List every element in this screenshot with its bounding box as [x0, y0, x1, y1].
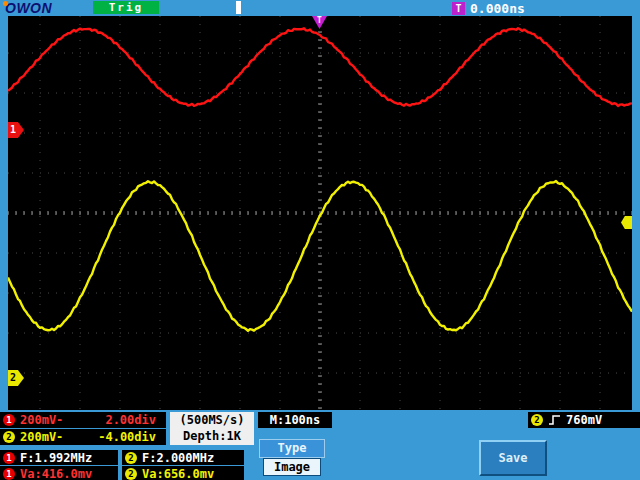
- ch1-frequency: F:1.992MHz: [20, 451, 92, 465]
- ch2-amplitude: Va:656.0mv: [142, 467, 214, 480]
- ch1-vertical-position: 2.00div: [105, 413, 166, 427]
- owon-logo: OWON: [5, 0, 52, 16]
- top-bar: OWON Trig T 0.000ns: [0, 0, 640, 16]
- waveform-canvas: [8, 16, 632, 410]
- menu-image-option[interactable]: Image: [263, 458, 321, 476]
- ch1-volts-per-div: 200mV-: [20, 413, 63, 427]
- trigger-icon: T: [452, 2, 465, 15]
- ch2-badge: 2: [125, 468, 137, 480]
- memory-window-indicator: [236, 1, 241, 14]
- trigger-level-value: 760mV: [566, 413, 602, 427]
- ch1-badge: 1: [3, 414, 15, 426]
- rising-edge-icon: [548, 414, 561, 426]
- trigger-level-readout: 2 760mV: [528, 412, 640, 428]
- menu-type-button[interactable]: Type: [259, 439, 325, 458]
- oscilloscope-screen: OWON Trig T 0.000ns 1 2 T 1 200mV- 2.00d…: [0, 0, 640, 480]
- ch2-marker-label: 2: [10, 372, 16, 383]
- memory-depth: Depth:1K: [170, 428, 254, 444]
- acquisition-info-box: (500MS/s) Depth:1K: [170, 412, 254, 445]
- ch1-marker-label: 1: [10, 124, 16, 135]
- ch1-badge: 1: [3, 468, 15, 480]
- ch1-amplitude: Va:416.0mv: [20, 467, 92, 480]
- ch2-badge: 2: [3, 431, 15, 443]
- ch2-volts-per-div: 200mV-: [20, 430, 63, 444]
- trigger-time-value: 0.000ns: [470, 1, 525, 16]
- trig-status-badge: Trig: [93, 1, 159, 14]
- save-button[interactable]: Save: [479, 440, 547, 476]
- ch2-frequency-readout: 2 F:2.000MHz: [122, 450, 244, 465]
- ch1-amplitude-readout: 1 Va:416.0mv: [0, 466, 118, 480]
- ch2-vertical-position: -4.00div: [98, 430, 166, 444]
- status-bar: 1 200mV- 2.00div 2 200mV- -4.00div (500M…: [0, 410, 640, 480]
- waveform-display: 1 2 T: [8, 16, 632, 410]
- ch1-scale-readout: 1 200mV- 2.00div: [0, 412, 166, 428]
- sample-rate: (500MS/s): [170, 412, 254, 428]
- ch2-scale-readout: 2 200mV- -4.00div: [0, 429, 166, 445]
- ch1-badge: 1: [3, 452, 15, 464]
- trigger-time-group: T 0.000ns: [452, 1, 525, 16]
- timebase-readout: M:100ns: [258, 412, 332, 428]
- trigger-source-badge: 2: [531, 414, 543, 426]
- ch1-frequency-readout: 1 F:1.992MHz: [0, 450, 118, 465]
- ch2-frequency: F:2.000MHz: [142, 451, 214, 465]
- ch2-badge: 2: [125, 452, 137, 464]
- ch2-amplitude-readout: 2 Va:656.0mv: [122, 466, 244, 480]
